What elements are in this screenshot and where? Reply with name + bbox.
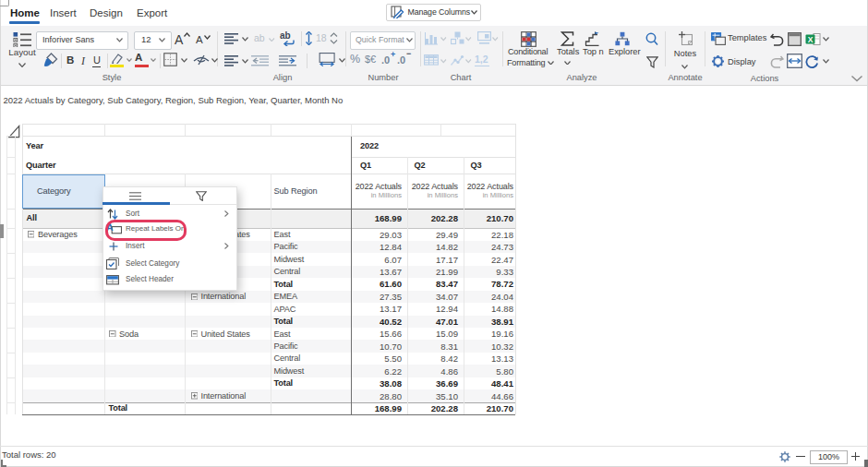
svg-text:X: X — [808, 35, 814, 44]
